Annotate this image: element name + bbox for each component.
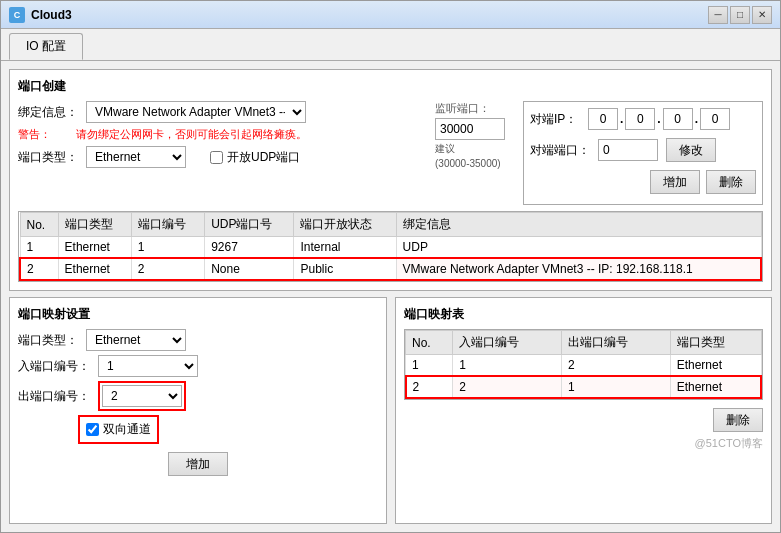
col-status: 端口开放状态 [294, 213, 396, 237]
remote-ip-label: 对端IP： [530, 111, 580, 128]
mcol-input: 入端口编号 [453, 331, 562, 355]
port-table-container: No. 端口类型 端口编号 UDP端口号 端口开放状态 绑定信息 1 Ether… [18, 211, 763, 282]
output-port-select[interactable]: 2 [102, 385, 182, 407]
port-table: No. 端口类型 端口编号 UDP端口号 端口开放状态 绑定信息 1 Ether… [19, 212, 762, 281]
mcol-output: 出端口编号 [561, 331, 670, 355]
ip-field: . . . [588, 108, 730, 130]
title-bar: C Cloud3 ─ □ ✕ [1, 1, 780, 29]
mapping-add-button[interactable]: 增加 [168, 452, 228, 476]
remote-port-input[interactable] [598, 139, 658, 161]
delete-port-button[interactable]: 删除 [706, 170, 756, 194]
suggestion-label: 建议 [435, 142, 515, 156]
window-controls: ─ □ ✕ [708, 6, 772, 24]
right-panel: 对端IP： . . . 对端端口： [523, 101, 763, 205]
warning-label: 警告： [18, 127, 68, 142]
udp-checkbox-label[interactable]: 开放UDP端口 [210, 149, 300, 166]
col-number: 端口编号 [131, 213, 204, 237]
port-creation-section: 端口创建 绑定信息： VMware Network Adapter VMnet3… [9, 69, 772, 291]
port-mapping-table-section: 端口映射表 No. 入端口编号 出端口编号 端口类型 [395, 297, 773, 524]
udp-checkbox[interactable] [210, 151, 223, 164]
main-window: C Cloud3 ─ □ ✕ IO 配置 端口创建 绑定信息： [0, 0, 781, 533]
tab-bar: IO 配置 [1, 29, 780, 61]
col-udp: UDP端口号 [205, 213, 294, 237]
mapping-row-1[interactable]: 1 1 2 Ethernet [406, 355, 762, 377]
maximize-button[interactable]: □ [730, 6, 750, 24]
warning-text: 请勿绑定公网网卡，否则可能会引起网络瘫痪。 [76, 127, 307, 142]
mapping-row-2-selected[interactable]: 2 2 1 Ethernet [406, 376, 762, 398]
port-table-header: No. 端口类型 端口编号 UDP端口号 端口开放状态 绑定信息 [20, 213, 761, 237]
remote-port-label: 对端端口： [530, 142, 590, 159]
output-port-row: 出端口编号： 2 [18, 381, 378, 411]
mapping-table-header: No. 入端口编号 出端口编号 端口类型 [406, 331, 762, 355]
window-title: Cloud3 [31, 8, 708, 22]
listen-port-label: 监听端口： [435, 101, 515, 116]
watermark: @51CTO博客 [404, 436, 764, 451]
ip-seg-4[interactable] [700, 108, 730, 130]
tab-io-config[interactable]: IO 配置 [9, 33, 83, 60]
binding-area: 绑定信息： VMware Network Adapter VMnet3 -- I… [18, 101, 427, 172]
binding-label: 绑定信息： [18, 104, 78, 121]
output-port-outline: 2 [98, 381, 186, 411]
mapping-settings-title: 端口映射设置 [18, 306, 378, 323]
remote-ip-row: 对端IP： . . . [530, 108, 756, 130]
bidirectional-area: 双向通道 [78, 415, 378, 444]
port-type-select[interactable]: Ethernet [86, 146, 186, 168]
warning-row: 警告： 请勿绑定公网网卡，否则可能会引起网络瘫痪。 [18, 127, 427, 142]
mapping-add-row: 增加 [18, 452, 378, 476]
col-type: 端口类型 [58, 213, 131, 237]
table-row-selected[interactable]: 2 Ethernet 2 None Public VMware Network … [20, 258, 761, 280]
modify-button[interactable]: 修改 [666, 138, 716, 162]
table-row[interactable]: 1 Ethernet 1 9267 Internal UDP [20, 237, 761, 259]
mapping-table: No. 入端口编号 出端口编号 端口类型 1 1 2 Ether [405, 330, 763, 399]
ip-seg-3[interactable] [663, 108, 693, 130]
mapping-delete-button[interactable]: 删除 [713, 408, 763, 432]
listen-port-area: 监听端口： 建议 (30000-35000) [435, 101, 515, 169]
add-port-button[interactable]: 增加 [650, 170, 700, 194]
mapping-type-label: 端口类型： [18, 332, 78, 349]
port-type-label: 端口类型： [18, 149, 78, 166]
bottom-area: 端口映射设置 端口类型： Ethernet 入端口编号： 1 出端口编号： [9, 297, 772, 524]
listen-port-input[interactable] [435, 118, 505, 140]
minimize-button[interactable]: ─ [708, 6, 728, 24]
bidirectional-label[interactable]: 双向通道 [86, 421, 151, 438]
mapping-type-row: 端口类型： Ethernet [18, 329, 378, 351]
remote-port-row: 对端端口： 修改 [530, 138, 756, 162]
input-port-row: 入端口编号： 1 [18, 355, 378, 377]
mapping-table-container: No. 入端口编号 出端口编号 端口类型 1 1 2 Ether [404, 329, 764, 400]
input-port-label: 入端口编号： [18, 358, 90, 375]
input-port-select[interactable]: 1 [98, 355, 198, 377]
app-icon: C [9, 7, 25, 23]
mapping-table-title: 端口映射表 [404, 306, 764, 323]
binding-row: 绑定信息： VMware Network Adapter VMnet3 -- I… [18, 101, 427, 123]
port-type-row: 端口类型： Ethernet 开放UDP端口 [18, 146, 427, 168]
col-binding: 绑定信息 [396, 213, 761, 237]
mapping-type-select[interactable]: Ethernet [86, 329, 186, 351]
main-content: 端口创建 绑定信息： VMware Network Adapter VMnet3… [1, 61, 780, 532]
binding-select[interactable]: VMware Network Adapter VMnet3 -- IP: 192… [86, 101, 306, 123]
mcol-no: No. [406, 331, 453, 355]
close-button[interactable]: ✕ [752, 6, 772, 24]
output-port-label: 出端口编号： [18, 388, 90, 405]
port-mapping-settings: 端口映射设置 端口类型： Ethernet 入端口编号： 1 出端口编号： [9, 297, 387, 524]
mcol-type: 端口类型 [670, 331, 761, 355]
add-delete-row: 增加 删除 [530, 170, 756, 194]
suggestion-range: (30000-35000) [435, 158, 515, 169]
col-no: No. [20, 213, 58, 237]
bidirectional-checkbox[interactable] [86, 423, 99, 436]
ip-seg-1[interactable] [588, 108, 618, 130]
ip-seg-2[interactable] [625, 108, 655, 130]
port-creation-title: 端口创建 [18, 78, 763, 95]
mapping-delete-row: 删除 [404, 408, 764, 432]
